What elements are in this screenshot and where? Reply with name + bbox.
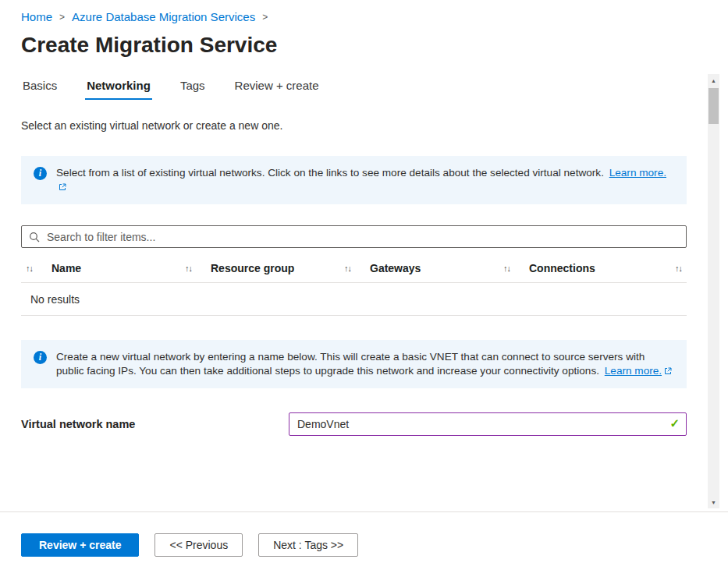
scrollbar-thumb[interactable] (708, 88, 719, 124)
table-header: ↑↓ Name ↑↓ Resource group ↑↓ Gateways ↑↓… (21, 253, 687, 283)
tab-basics[interactable]: Basics (21, 79, 59, 100)
sort-icon[interactable]: ↑↓ (675, 264, 687, 273)
table-empty-row: No results (21, 283, 687, 316)
column-header-connections[interactable]: ↑↓ Connections (499, 262, 658, 274)
tab-networking[interactable]: Networking (85, 79, 152, 100)
vertical-scrollbar[interactable]: ▲ ▼ (708, 74, 719, 508)
column-header-resource-group[interactable]: ↑↓ Resource group (180, 262, 339, 274)
search-box (21, 225, 687, 248)
review-create-button[interactable]: Review + create (21, 533, 139, 557)
search-icon (29, 232, 40, 242)
breadcrumb-home-link[interactable]: Home (21, 10, 52, 23)
info-box-new-message: Create a new virtual network by entering… (56, 351, 645, 377)
info-box-existing-vnet: i Select from a list of existing virtual… (21, 156, 687, 204)
info-box-existing-text: Select from a list of existing virtual n… (56, 166, 674, 194)
tab-review-create[interactable]: Review + create (233, 79, 321, 100)
virtual-network-name-input[interactable] (289, 412, 687, 436)
intro-text: Select an existing virtual network or cr… (21, 119, 687, 132)
footer-bar: Review + create << Previous Next : Tags … (0, 511, 728, 584)
column-header-resource-group-label: Resource group (211, 262, 294, 274)
page-title: Create Migration Service (21, 33, 687, 58)
column-header-name-label: Name (51, 262, 81, 274)
info-icon: i (34, 351, 47, 364)
valid-check-icon: ✓ (669, 416, 680, 430)
learn-more-label: Learn more. (609, 167, 666, 179)
column-header-gateways[interactable]: ↑↓ Gateways (339, 262, 499, 274)
tab-bar: Basics Networking Tags Review + create (21, 79, 687, 100)
virtual-network-name-row: Virtual network name ✓ (21, 412, 687, 436)
column-header-name[interactable]: ↑↓ Name (21, 262, 180, 274)
breadcrumb-dms-link[interactable]: Azure Database Migration Services (72, 10, 255, 23)
sort-icon[interactable]: ↑↓ (344, 264, 351, 273)
sort-icon[interactable]: ↑↓ (185, 264, 192, 273)
tab-tags[interactable]: Tags (179, 79, 207, 100)
info-icon: i (34, 167, 47, 180)
external-link-icon (664, 367, 672, 375)
scroll-down-icon[interactable]: ▼ (708, 496, 719, 508)
external-link-icon (59, 183, 66, 191)
sort-icon[interactable]: ↑↓ (503, 264, 510, 273)
previous-button[interactable]: << Previous (154, 533, 243, 557)
learn-more-link[interactable]: Learn more. (605, 365, 672, 377)
learn-more-label: Learn more. (605, 365, 662, 377)
search-input[interactable] (21, 225, 687, 248)
create-migration-service-page: Home > Azure Database Migration Services… (0, 0, 687, 436)
info-box-new-vnet: i Create a new virtual network by enteri… (21, 340, 687, 388)
column-header-gateways-label: Gateways (370, 262, 421, 274)
virtual-network-name-label: Virtual network name (21, 418, 289, 430)
no-results-text: No results (30, 293, 80, 306)
sort-icon[interactable]: ↑↓ (26, 264, 33, 273)
virtual-network-name-field: ✓ (289, 412, 687, 436)
breadcrumb-separator-icon: > (262, 11, 268, 23)
info-box-existing-message: Select from a list of existing virtual n… (56, 167, 604, 179)
next-tags-button[interactable]: Next : Tags >> (258, 533, 358, 557)
scroll-up-icon[interactable]: ▲ (708, 74, 719, 87)
breadcrumb-separator-icon: > (59, 11, 65, 23)
breadcrumb: Home > Azure Database Migration Services… (21, 10, 687, 23)
info-box-new-text: Create a new virtual network by entering… (56, 350, 674, 378)
column-header-connections-label: Connections (529, 262, 595, 274)
